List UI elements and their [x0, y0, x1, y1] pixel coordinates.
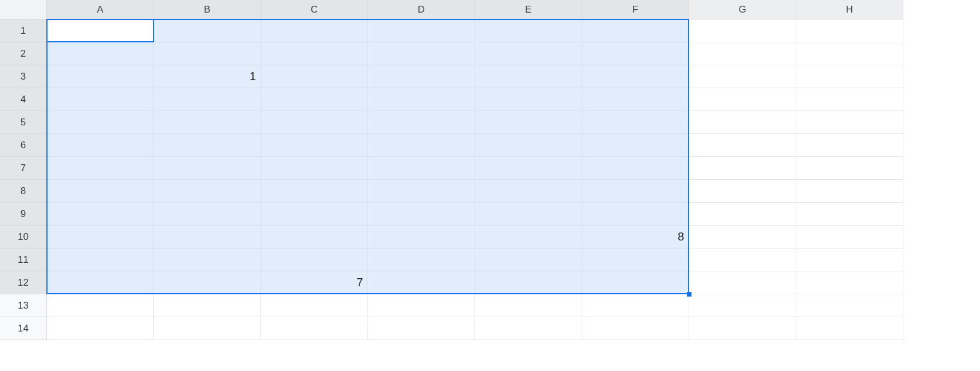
row-header-11[interactable]: 11 — [0, 248, 47, 271]
cell-D9[interactable] — [368, 203, 475, 226]
cell-D12[interactable] — [368, 271, 475, 294]
row-header-8[interactable]: 8 — [0, 180, 47, 203]
cell-D8[interactable] — [368, 180, 475, 203]
cell-F10[interactable]: 8 — [582, 226, 689, 248]
cell-G5[interactable] — [689, 111, 796, 134]
cell-A3[interactable] — [47, 65, 154, 88]
cell-C12[interactable]: 7 — [261, 271, 368, 294]
cell-D14[interactable] — [368, 317, 475, 340]
cell-G13[interactable] — [689, 294, 796, 317]
cell-B2[interactable] — [154, 42, 261, 65]
cell-C1[interactable] — [261, 19, 368, 42]
cell-A6[interactable] — [47, 134, 154, 157]
cell-E7[interactable] — [475, 157, 582, 180]
cell-G2[interactable] — [689, 42, 796, 65]
cell-F9[interactable] — [582, 203, 689, 226]
row-header-13[interactable]: 13 — [0, 294, 47, 317]
cell-E9[interactable] — [475, 203, 582, 226]
cell-C7[interactable] — [261, 157, 368, 180]
cell-D1[interactable] — [368, 19, 475, 42]
cell-C2[interactable] — [261, 42, 368, 65]
cell-E5[interactable] — [475, 111, 582, 134]
cell-E4[interactable] — [475, 88, 582, 111]
cell-G11[interactable] — [689, 248, 796, 271]
row-header-1[interactable]: 1 — [0, 19, 47, 42]
cell-B4[interactable] — [154, 88, 261, 111]
cell-C3[interactable] — [261, 65, 368, 88]
cell-F8[interactable] — [582, 180, 689, 203]
cell-A12[interactable] — [47, 271, 154, 294]
column-header-A[interactable]: A — [47, 0, 154, 19]
cell-D7[interactable] — [368, 157, 475, 180]
cell-F6[interactable] — [582, 134, 689, 157]
cell-F7[interactable] — [582, 157, 689, 180]
cell-B8[interactable] — [154, 180, 261, 203]
cell-E13[interactable] — [475, 294, 582, 317]
row-header-3[interactable]: 3 — [0, 65, 47, 88]
cell-A7[interactable] — [47, 157, 154, 180]
cell-H2[interactable] — [796, 42, 903, 65]
cell-D11[interactable] — [368, 248, 475, 271]
cell-E10[interactable] — [475, 226, 582, 248]
cell-B1[interactable] — [154, 19, 261, 42]
cell-A14[interactable] — [47, 317, 154, 340]
cell-grid[interactable]: 187 — [47, 19, 903, 340]
cell-E6[interactable] — [475, 134, 582, 157]
cell-G7[interactable] — [689, 157, 796, 180]
cell-H4[interactable] — [796, 88, 903, 111]
cell-G12[interactable] — [689, 271, 796, 294]
cell-H1[interactable] — [796, 19, 903, 42]
cell-E2[interactable] — [475, 42, 582, 65]
cell-E14[interactable] — [475, 317, 582, 340]
cell-C14[interactable] — [261, 317, 368, 340]
cell-B6[interactable] — [154, 134, 261, 157]
cell-D6[interactable] — [368, 134, 475, 157]
cell-G14[interactable] — [689, 317, 796, 340]
cell-G3[interactable] — [689, 65, 796, 88]
cell-G9[interactable] — [689, 203, 796, 226]
cell-C13[interactable] — [261, 294, 368, 317]
cell-E1[interactable] — [475, 19, 582, 42]
cell-C10[interactable] — [261, 226, 368, 248]
cell-G4[interactable] — [689, 88, 796, 111]
row-header-6[interactable]: 6 — [0, 134, 47, 157]
cell-H13[interactable] — [796, 294, 903, 317]
row-header-2[interactable]: 2 — [0, 42, 47, 65]
cell-H7[interactable] — [796, 157, 903, 180]
cell-D10[interactable] — [368, 226, 475, 248]
cell-A8[interactable] — [47, 180, 154, 203]
cell-B7[interactable] — [154, 157, 261, 180]
cell-F1[interactable] — [582, 19, 689, 42]
cell-C8[interactable] — [261, 180, 368, 203]
cell-A5[interactable] — [47, 111, 154, 134]
cell-C11[interactable] — [261, 248, 368, 271]
cell-H9[interactable] — [796, 203, 903, 226]
cell-H14[interactable] — [796, 317, 903, 340]
cell-A13[interactable] — [47, 294, 154, 317]
cell-H3[interactable] — [796, 65, 903, 88]
cell-C9[interactable] — [261, 203, 368, 226]
cell-H10[interactable] — [796, 226, 903, 248]
cell-F13[interactable] — [582, 294, 689, 317]
column-header-C[interactable]: C — [261, 0, 368, 19]
cell-B14[interactable] — [154, 317, 261, 340]
cell-G1[interactable] — [689, 19, 796, 42]
row-header-5[interactable]: 5 — [0, 111, 47, 134]
select-all-corner[interactable] — [0, 0, 47, 19]
row-header-14[interactable]: 14 — [0, 317, 47, 340]
cell-B12[interactable] — [154, 271, 261, 294]
cell-B11[interactable] — [154, 248, 261, 271]
cell-B3[interactable]: 1 — [154, 65, 261, 88]
cell-C5[interactable] — [261, 111, 368, 134]
cell-A9[interactable] — [47, 203, 154, 226]
cell-H8[interactable] — [796, 180, 903, 203]
cell-E12[interactable] — [475, 271, 582, 294]
row-header-12[interactable]: 12 — [0, 271, 47, 294]
cell-F4[interactable] — [582, 88, 689, 111]
column-header-B[interactable]: B — [154, 0, 261, 19]
cell-H6[interactable] — [796, 134, 903, 157]
cell-G8[interactable] — [689, 180, 796, 203]
cell-G10[interactable] — [689, 226, 796, 248]
column-header-D[interactable]: D — [368, 0, 475, 19]
column-header-E[interactable]: E — [475, 0, 582, 19]
